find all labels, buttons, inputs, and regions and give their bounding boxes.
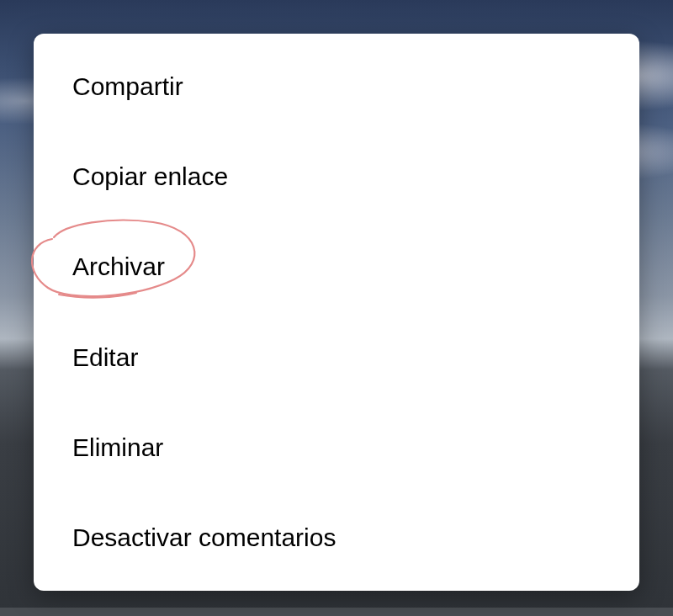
menu-item-archive[interactable]: Archivar: [34, 229, 639, 305]
menu-item-copy-link[interactable]: Copiar enlace: [34, 139, 639, 215]
menu-item-edit[interactable]: Editar: [34, 320, 639, 396]
background-bottom-strip: [0, 608, 673, 616]
menu-item-share[interactable]: Compartir: [34, 49, 639, 125]
menu-item-label: Editar: [72, 343, 138, 371]
menu-item-label: Archivar: [72, 252, 165, 280]
menu-item-label: Copiar enlace: [72, 162, 228, 190]
menu-item-delete[interactable]: Eliminar: [34, 410, 639, 486]
menu-item-label: Desactivar comentarios: [72, 523, 336, 551]
menu-item-label: Compartir: [72, 72, 183, 100]
menu-item-label: Eliminar: [72, 433, 163, 461]
menu-item-disable-comments[interactable]: Desactivar comentarios: [34, 500, 639, 576]
options-menu-panel: Compartir Copiar enlace Archivar Editar …: [34, 34, 639, 591]
options-menu-list: Compartir Copiar enlace Archivar Editar …: [34, 49, 639, 576]
